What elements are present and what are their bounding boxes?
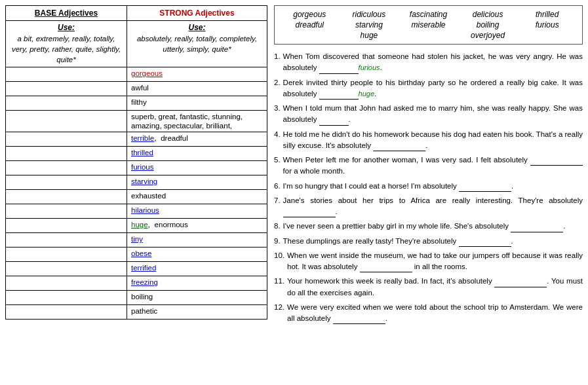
exercise-7: 7. Jane's stories about her trips to Afr…	[274, 195, 583, 218]
blank-12	[333, 316, 385, 324]
table-row: tiny	[6, 233, 267, 248]
wb-empty3	[519, 31, 576, 40]
exercise-2: 2. Derek invited thirty people to his bi…	[274, 77, 583, 100]
table-row: hilarious	[6, 204, 267, 219]
table-row: starving	[6, 175, 267, 190]
word-huge: huge	[131, 221, 148, 229]
wb-empty2	[400, 31, 457, 40]
blank-6	[459, 183, 511, 192]
strong-use-text: absolutely, really, totally, completely,…	[131, 33, 263, 54]
exercise-6: 6. I'm so hungry that I could eat a hors…	[274, 181, 583, 192]
exercise-4: 4. He told me he didn't do his homework …	[274, 129, 583, 152]
word-dreadful: dreadful	[161, 134, 188, 142]
base-use-text: a bit, extremely, really, totally, very,…	[10, 33, 123, 65]
word-furious: furious	[131, 163, 154, 171]
left-panel: BASE Adjectives STRONG Adjectives Use: a…	[5, 5, 267, 380]
exercise-11: 11. Your homework this week is really ba…	[274, 276, 583, 299]
wb-starving: starving	[341, 20, 398, 29]
exercise-1: 1. When Tom discovered that someone had …	[274, 51, 583, 74]
exercise-9: 9. These dumplings are really tasty! The…	[274, 236, 583, 247]
table-row: terrible, dreadful	[6, 132, 267, 147]
word-thrilled: thrilled	[131, 149, 153, 156]
wb-boiling: boiling	[460, 20, 517, 29]
blank-7	[283, 209, 336, 217]
table-row: boiling	[6, 291, 267, 305]
word-boiling: boiling	[131, 293, 153, 301]
use-row: Use: a bit, extremely, really, totally, …	[6, 21, 267, 67]
blank-5	[530, 157, 583, 166]
word-exhausted: exhausted	[131, 192, 166, 200]
word-filthy: filthy	[131, 98, 147, 106]
exercise-12: 12. We were very excited when we were to…	[274, 302, 583, 325]
right-panel: gorgeous ridiculous fascinating deliciou…	[274, 5, 583, 380]
blank-8	[511, 224, 563, 232]
table-row: superb, great, fantastic, stunning, amaz…	[6, 111, 267, 132]
wb-miserable: miserable	[400, 20, 457, 29]
word-terrified: terrified	[131, 264, 156, 272]
table-row: pathetic	[6, 305, 267, 320]
word-obese: obese	[131, 249, 151, 257]
exercise-10: 10. When we went inside the museum, we h…	[274, 250, 583, 273]
word-pathetic: pathetic	[131, 307, 157, 315]
word-freezing: freezing	[131, 278, 158, 286]
table-row: awful	[6, 82, 267, 96]
exercise-5: 5. When Peter left me for another woman,…	[274, 155, 583, 177]
word-enormous: enormous	[155, 221, 188, 229]
wb-overjoyed: overjoyed	[460, 31, 517, 40]
wb-dreadful: dreadful	[281, 20, 338, 29]
wb-huge: huge	[341, 31, 398, 40]
table-row: exhausted	[6, 190, 267, 204]
blank-1	[319, 65, 359, 74]
word-superb: superb, great, fantastic, stunning, amaz…	[131, 113, 243, 130]
word-terrible: terrible	[131, 134, 154, 142]
table-row: huge, enormous	[6, 219, 267, 233]
base-header: BASE Adjectives	[6, 6, 127, 21]
exercises-list: 1. When Tom discovered that someone had …	[274, 51, 583, 327]
blank-10	[360, 264, 412, 272]
table-row: freezing	[6, 276, 267, 291]
wb-ridiculous: ridiculous	[341, 10, 398, 19]
table-row: thrilled	[6, 147, 267, 161]
wb-thrilled: thrilled	[519, 10, 576, 19]
word-tiny: tiny	[131, 235, 143, 243]
table-row: furious	[6, 161, 267, 175]
exercise-3: 3. When I told mum that John had asked m…	[274, 103, 583, 126]
wb-fascinating: fascinating	[400, 10, 457, 19]
wb-furious: furious	[519, 20, 576, 29]
wb-empty1	[281, 31, 338, 40]
wb-gorgeous: gorgeous	[281, 10, 338, 19]
table-row: terrified	[6, 262, 267, 276]
word-hilarious: hilarious	[131, 206, 159, 214]
blank-4	[373, 143, 425, 151]
adjectives-table: BASE Adjectives STRONG Adjectives Use: a…	[5, 5, 267, 320]
word-starving: starving	[131, 177, 157, 185]
base-use-label: Use:	[10, 23, 123, 32]
strong-use-label: Use:	[131, 23, 263, 32]
blank-2	[319, 91, 359, 100]
exercise-8: 8. I've never seen a prettier baby girl …	[274, 221, 583, 232]
table-row: obese	[6, 248, 267, 262]
blank-9	[459, 238, 511, 247]
word-gorgeous: gorgeous	[131, 69, 163, 77]
table-row: gorgeous	[6, 67, 267, 82]
word-awful: awful	[131, 84, 149, 92]
blank-3	[319, 117, 349, 126]
table-row: filthy	[6, 96, 267, 111]
word-bank: gorgeous ridiculous fascinating deliciou…	[274, 5, 583, 45]
blank-11	[494, 279, 547, 287]
wb-delicious: delicious	[460, 10, 517, 19]
strong-header: STRONG Adjectives	[127, 6, 267, 21]
